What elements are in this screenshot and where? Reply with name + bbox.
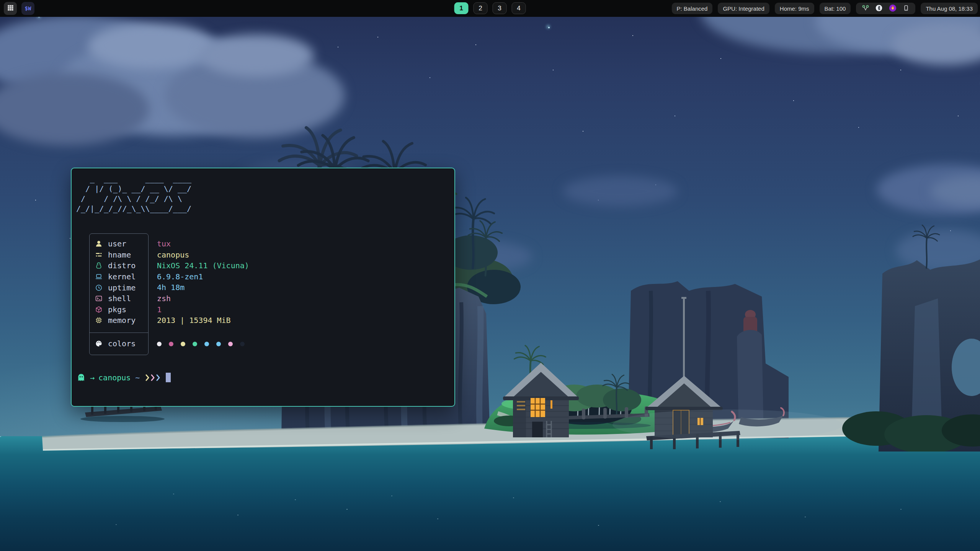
fetch-panel: user hname distr — [89, 233, 454, 355]
palette-dot — [228, 342, 233, 346]
workspace-2[interactable]: 2 — [474, 2, 488, 14]
nixos-ascii-logo: _ ___ ____ ____ / |/ (_)_ __/ __ \/ __/ … — [76, 174, 454, 214]
fetch-row: memory — [90, 315, 148, 326]
fetch-value: 1 — [157, 304, 252, 315]
memory-icon — [95, 316, 103, 324]
hut-left — [503, 363, 579, 437]
palette-dot — [240, 342, 245, 346]
palette-dot — [181, 342, 185, 346]
bar-right-group: P: Balanced GPU: Integrated Home: 9ms Ba… — [672, 3, 978, 14]
workspace-switcher: 1 2 3 4 — [454, 2, 526, 14]
scissors-icon[interactable] — [862, 4, 869, 13]
prompt-chevron — [156, 373, 160, 382]
palette-dot — [157, 342, 162, 346]
power-profile-pill[interactable]: P: Balanced — [672, 3, 713, 14]
ghost-icon — [76, 373, 86, 383]
palette-icon — [95, 340, 103, 347]
workspace-3[interactable]: 3 — [493, 2, 507, 14]
uptime-icon — [95, 284, 103, 292]
kernel-icon — [95, 273, 103, 280]
terminal-window[interactable]: _ ___ ____ ____ / |/ (_)_ __/ __ \/ __/ … — [71, 168, 455, 407]
prompt-arrow: → — [90, 373, 95, 382]
flame-icon[interactable] — [889, 4, 897, 13]
fetch-label-box: user hname distr — [89, 233, 149, 355]
palette-dot — [216, 342, 221, 346]
fetch-value: 6.9.8-zen1 — [157, 271, 252, 282]
network-latency-pill[interactable]: Home: 9ms — [775, 3, 814, 14]
fetch-value: NixOS 24.11 (Vicuna) — [157, 260, 252, 271]
prompt-path: ~ — [135, 373, 140, 382]
shore-bushes — [842, 411, 980, 452]
clock-pill[interactable]: Thu Aug 08, 18:33 — [921, 3, 978, 14]
palette-dot — [169, 342, 173, 346]
fetch-row: user — [90, 238, 148, 249]
user-icon — [95, 240, 103, 248]
bluetooth-icon[interactable] — [875, 4, 883, 13]
system-tray — [856, 3, 915, 14]
distro-icon — [95, 262, 103, 269]
shell-prompt[interactable]: → canopus ~ — [76, 373, 454, 383]
prompt-chevron — [145, 373, 150, 382]
fetch-value: 2013 | 15394 MiB — [157, 315, 252, 326]
grid-icon — [7, 4, 14, 13]
launcher-button[interactable] — [4, 2, 17, 15]
beach-mist — [612, 409, 842, 440]
fetch-colors-row: colors — [90, 333, 148, 355]
fetch-row: shell — [90, 293, 148, 304]
fetch-row: uptime — [90, 282, 148, 293]
palette-dot — [204, 342, 209, 346]
fetch-row: pkgs — [90, 304, 148, 315]
fetch-value: canopus — [157, 249, 252, 261]
fetch-value: zsh — [157, 293, 252, 304]
prompt-host: canopus — [98, 373, 131, 382]
fetch-value: tux — [157, 238, 252, 249]
fetch-row: hname — [90, 249, 148, 261]
fetch-row: distro — [90, 260, 148, 271]
fetch-row: kernel — [90, 271, 148, 282]
shell-icon — [95, 295, 103, 302]
packages-icon — [95, 306, 103, 313]
top-bar: $W 1 2 3 4 P: Balanced GPU: Integrated H… — [0, 0, 980, 17]
workspace-1[interactable]: 1 — [454, 2, 469, 14]
palette-dot — [193, 342, 197, 346]
fetch-value: 4h 18m — [157, 282, 252, 293]
app-button-label: $W — [25, 5, 31, 11]
prompt-chevron — [150, 373, 155, 382]
fetch-values: tux canopus NixOS 24.11 (Vicuna) 6.9.8-z… — [157, 233, 252, 355]
palette-dots — [157, 339, 252, 350]
gpu-pill[interactable]: GPU: Integrated — [718, 3, 769, 14]
hostname-icon — [95, 251, 103, 259]
phone-icon[interactable] — [903, 5, 910, 13]
bar-left-group: $W — [4, 2, 34, 15]
app-button-sw[interactable]: $W — [21, 2, 34, 15]
terminal-content: _ ___ ____ ____ / |/ (_)_ __/ __ \/ __/ … — [72, 168, 454, 383]
battery-pill[interactable]: Bat: 100 — [820, 3, 851, 14]
wallpaper-ocean — [0, 436, 980, 551]
terminal-cursor — [166, 373, 171, 382]
workspace-4[interactable]: 4 — [512, 2, 526, 14]
